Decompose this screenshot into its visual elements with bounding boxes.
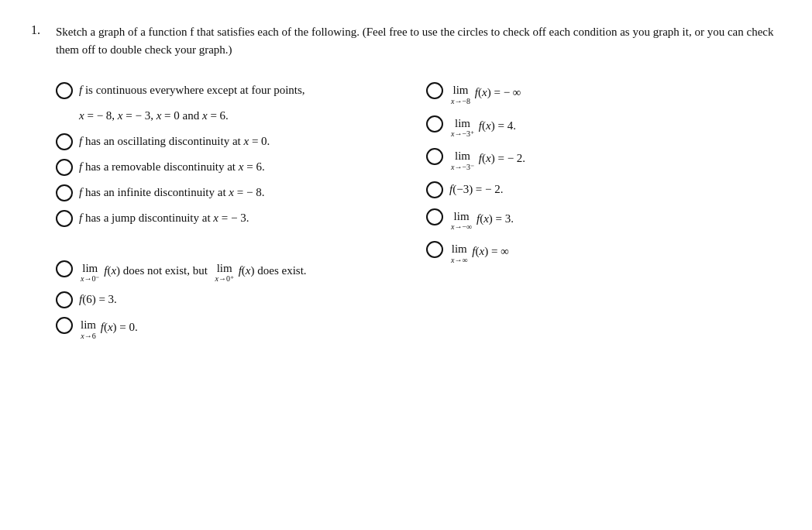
lim-6-block: lim x→6 (81, 316, 96, 340)
checkbox-lim-posinf[interactable] (426, 241, 443, 258)
checkbox-continuous[interactable] (56, 82, 73, 99)
conditions-grid: f is continuous everywhere except at fou… (56, 81, 781, 348)
cond-infinite: f has an infinite discontinuity at x = −… (56, 184, 395, 201)
cond-jump: f has a jump discontinuity at x = − 3. (56, 209, 395, 227)
rcond-lim-neginf: lim x→−∞ f(x) = 3. (426, 208, 781, 232)
rcond-lim-neg3plus: lim x→−3⁺ f(x) = 4. (426, 115, 781, 139)
left-column: f is continuous everywhere except at fou… (56, 81, 418, 348)
problem-container: 1. Sketch a graph of a function f that s… (31, 23, 781, 348)
checkbox-infinite[interactable] (56, 184, 73, 201)
rcond-lim-neg3minus: lim x→−3⁻ f(x) = − 2. (426, 147, 781, 171)
rcond-lim-posinf: lim x→∞ f(x) = ∞ (426, 240, 781, 264)
cond-limit0: lim x→0⁻ f(x) does not exist, but lim x→… (56, 260, 395, 284)
rcond-fneg3-text: f(−3) = − 2. (449, 181, 781, 198)
lim-neg3minus-sub: x→−3⁻ (451, 163, 474, 171)
checkbox-lim-neg3plus[interactable] (426, 115, 443, 132)
problem-number-label: 1. (31, 23, 50, 348)
checkbox-lim6[interactable] (56, 317, 73, 334)
intro-text: Sketch a graph of a function f that sati… (56, 23, 781, 58)
cond-infinite-text: f has an infinite discontinuity at x = −… (79, 184, 395, 201)
lim-neg8-sub: x→−8 (451, 98, 470, 105)
rcond-lim-neg3plus-text: lim x→−3⁺ f(x) = 4. (449, 115, 781, 139)
checkbox-f6[interactable] (56, 291, 73, 308)
cond-lim6: lim x→6 f(x) = 0. (56, 316, 395, 340)
cond-f6: f(6) = 3. (56, 291, 395, 308)
rcond-lim-neg3minus-text: lim x→−3⁻ f(x) = − 2. (449, 147, 781, 171)
checkbox-jump[interactable] (56, 210, 73, 227)
lim-0plus-block: lim x→0⁺ (215, 260, 233, 284)
lim-neg3plus-sub: x→−3⁺ (451, 130, 474, 138)
lim-neg3plus-block: lim x→−3⁺ (451, 115, 474, 139)
lim-6-sub: x→6 (81, 332, 95, 340)
checkbox-lim-neg3minus[interactable] (426, 148, 443, 165)
rcond-lim-posinf-text: lim x→∞ f(x) = ∞ (449, 240, 781, 264)
rcond-lim-neg8: lim x→−8 f(x) = − ∞ (426, 81, 781, 105)
cond-continuous-text: f is continuous everywhere except at fou… (79, 81, 395, 99)
rcond-fneg3: f(−3) = − 2. (426, 181, 781, 198)
checkbox-lim-neg8[interactable] (426, 82, 443, 99)
lim-posinf-sub: x→∞ (451, 256, 468, 264)
problem-body: Sketch a graph of a function f that sati… (56, 23, 781, 348)
lim-posinf-block: lim x→∞ (451, 240, 468, 264)
lim-neg8-block: lim x→−8 (451, 81, 470, 105)
cond-limit0-text: lim x→0⁻ f(x) does not exist, but lim x→… (79, 260, 395, 284)
cond-jump-text: f has a jump discontinuity at x = − 3. (79, 209, 395, 227)
cond-continuous: f is continuous everywhere except at fou… (56, 81, 395, 99)
lim-neginf-sub: x→−∞ (451, 223, 472, 231)
cond-oscillating-text: f has an oscillating discontinuity at x … (79, 132, 395, 150)
lim-0minus-sub: x→0⁻ (81, 275, 99, 283)
checkbox-limit0[interactable] (56, 260, 73, 277)
lim-neginf-block: lim x→−∞ (451, 208, 472, 232)
lim-0plus-sub: x→0⁺ (215, 275, 233, 283)
cond-removable: f has a removable discontinuity at x = 6… (56, 158, 395, 176)
cond-xvals: x = − 8, x = − 3, x = 0 and x = 6. (79, 107, 395, 125)
rcond-lim-neg8-text: lim x→−8 f(x) = − ∞ (449, 81, 781, 105)
right-column: lim x→−8 f(x) = − ∞ lim x→−3⁺ f(x) (418, 81, 781, 348)
checkbox-removable[interactable] (56, 159, 73, 176)
cond-f6-text: f(6) = 3. (79, 291, 395, 308)
checkbox-oscillating[interactable] (56, 133, 73, 150)
cond-oscillating: f has an oscillating discontinuity at x … (56, 132, 395, 150)
lim-neg3minus-block: lim x→−3⁻ (451, 147, 474, 171)
rcond-lim-neginf-text: lim x→−∞ f(x) = 3. (449, 208, 781, 232)
checkbox-fneg3[interactable] (426, 181, 443, 198)
lim-0minus-block: lim x→0⁻ (81, 260, 99, 284)
checkbox-lim-neginf[interactable] (426, 208, 443, 225)
cond-lim6-text: lim x→6 f(x) = 0. (79, 316, 395, 340)
cond-removable-text: f has a removable discontinuity at x = 6… (79, 158, 395, 176)
